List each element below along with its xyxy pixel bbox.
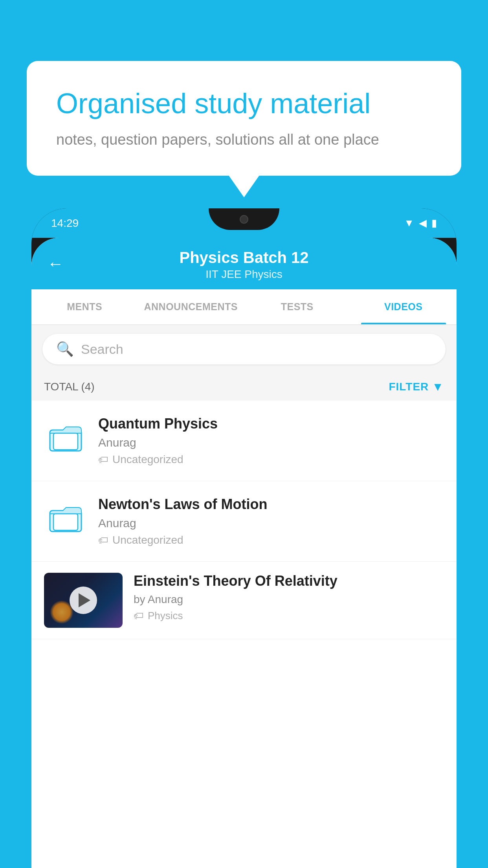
video-list: Quantum Physics Anurag 🏷 Uncategorized	[31, 401, 457, 639]
search-icon: 🔍	[56, 341, 74, 357]
app-header: ← Physics Batch 12 IIT JEE Physics	[31, 238, 457, 289]
tag-icon: 🏷	[134, 610, 144, 622]
video-info: Quantum Physics Anurag 🏷 Uncategorized	[98, 416, 444, 466]
video-tag: 🏷 Physics	[134, 610, 444, 622]
folder-thumbnail	[44, 416, 87, 459]
video-author: Anurag	[98, 436, 444, 449]
video-author: by Anurag	[134, 593, 444, 606]
tab-videos[interactable]: VIDEOS	[350, 289, 457, 324]
bubble-title: Organised study material	[56, 86, 432, 120]
filter-icon: ▼	[432, 380, 444, 394]
video-info: Einstein's Theory Of Relativity by Anura…	[134, 573, 444, 622]
folder-icon	[48, 502, 83, 533]
back-button[interactable]: ←	[47, 254, 64, 273]
camera-dot	[240, 215, 248, 224]
svg-rect-3	[53, 514, 78, 530]
folder-icon	[48, 421, 83, 453]
app-subtitle: IIT JEE Physics	[47, 268, 441, 281]
bubble-subtitle: notes, question papers, solutions all at…	[56, 131, 432, 148]
tab-announcements[interactable]: ANNOUNCEMENTS	[138, 289, 244, 324]
speech-bubble-wrapper: Organised study material notes, question…	[27, 61, 461, 176]
filter-button[interactable]: FILTER ▼	[389, 380, 444, 394]
status-icons: ▼ ◀ ▮	[404, 217, 437, 229]
phone-screen: ← Physics Batch 12 IIT JEE Physics MENTS…	[31, 238, 457, 868]
play-icon	[79, 593, 90, 607]
wifi-icon: ▼	[404, 217, 414, 229]
svg-rect-1	[53, 433, 78, 450]
tag-icon: 🏷	[98, 534, 108, 546]
video-title: Newton's Laws of Motion	[98, 496, 444, 513]
status-time: 14:29	[51, 217, 79, 230]
video-tag: 🏷 Uncategorized	[98, 534, 444, 546]
app-title: Physics Batch 12	[47, 249, 441, 267]
battery-icon: ▮	[431, 217, 437, 229]
tabs: MENTS ANNOUNCEMENTS TESTS VIDEOS	[31, 289, 457, 325]
phone-frame: 14:29 ▼ ◀ ▮ ← Physics Batch 12 IIT JEE P…	[31, 208, 457, 868]
video-title: Quantum Physics	[98, 416, 444, 432]
tab-ments[interactable]: MENTS	[31, 289, 138, 324]
search-bar[interactable]: 🔍 Search	[42, 334, 446, 364]
speech-bubble: Organised study material notes, question…	[27, 61, 461, 176]
folder-thumbnail	[44, 496, 87, 539]
phone-notch	[209, 208, 279, 230]
video-info: Newton's Laws of Motion Anurag 🏷 Uncateg…	[98, 496, 444, 546]
search-container: 🔍 Search	[31, 325, 457, 373]
play-button[interactable]	[70, 587, 97, 614]
tab-tests[interactable]: TESTS	[244, 289, 350, 324]
status-bar: 14:29 ▼ ◀ ▮	[31, 208, 457, 238]
list-item[interactable]: Einstein's Theory Of Relativity by Anura…	[31, 562, 457, 639]
video-thumbnail	[44, 573, 123, 628]
list-item[interactable]: Quantum Physics Anurag 🏷 Uncategorized	[31, 401, 457, 481]
list-item[interactable]: Newton's Laws of Motion Anurag 🏷 Uncateg…	[31, 481, 457, 562]
filter-bar: TOTAL (4) FILTER ▼	[31, 373, 457, 401]
search-placeholder: Search	[81, 342, 123, 357]
signal-icon: ◀	[419, 217, 427, 229]
total-label: TOTAL (4)	[44, 381, 95, 393]
video-author: Anurag	[98, 517, 444, 530]
tag-icon: 🏷	[98, 454, 108, 466]
video-tag: 🏷 Uncategorized	[98, 453, 444, 466]
video-title: Einstein's Theory Of Relativity	[134, 573, 444, 589]
